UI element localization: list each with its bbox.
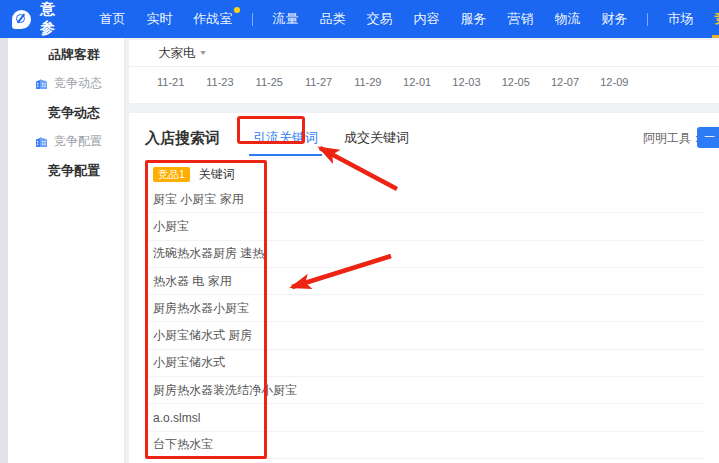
nav-item-service[interactable]: 服务	[450, 0, 497, 38]
page: 生意参谋 首页 实时 作战室 流量 品类 交易 内容 服务 营销 物流 财务 市…	[0, 0, 719, 463]
building-icon	[35, 77, 48, 90]
nav-divider	[647, 13, 648, 26]
keyword-table: 竞品1 关键词 厨宝 小厨宝 家用 小厨宝 洗碗热水器厨房 速热 热水器 电 家…	[149, 163, 705, 459]
nav-item-label: 品类	[320, 10, 346, 28]
nav-item-finance[interactable]: 财务	[591, 0, 638, 38]
keyword-text: 小厨宝储水式 厨房	[153, 327, 252, 344]
keyword-tabs: 引流关键词 成交关键词	[245, 123, 417, 153]
nav-item-label: 流量	[273, 10, 299, 28]
search-words-card: 入店搜索词 引流关键词 成交关键词 阿明工具： 一 竞品1 关键词 厨宝 小厨宝…	[129, 113, 719, 463]
section-title: 入店搜索词	[145, 129, 220, 148]
sidebar: 品牌客群 竞争动态 竞争动态 竞争配置 竞争配置	[8, 38, 125, 463]
tool-group: 阿明工具：	[643, 130, 703, 147]
sidebar-item-label: 竞争配置	[54, 133, 102, 150]
app-logo[interactable]: 生意参谋	[0, 0, 56, 57]
nav-item-content[interactable]: 内容	[403, 0, 450, 38]
date-tick: 11-23	[195, 76, 244, 88]
chevron-down-icon: ▼	[199, 49, 208, 57]
date-tick: 12-07	[540, 76, 589, 88]
tool-label: 阿明工具：	[643, 130, 703, 147]
nav-menu: 首页 实时 作战室 流量 品类 交易 内容 服务 营销 物流 财务 市场 竞争	[89, 0, 719, 38]
keyword-row[interactable]: 小厨宝储水式 厨房	[149, 322, 705, 349]
nav-item-label: 作战室	[194, 10, 233, 28]
keyword-row[interactable]: a.o.slmsl	[149, 404, 705, 431]
nav-item-label: 营销	[508, 10, 534, 28]
sidebar-item-label: 竞争动态	[48, 104, 100, 122]
date-tick: 11-21	[146, 76, 195, 88]
keyword-text: 厨房热水器小厨宝	[153, 300, 249, 317]
tool-button[interactable]: 一	[697, 127, 719, 148]
date-tick: 12-03	[442, 76, 491, 88]
date-tick: 11-25	[245, 76, 294, 88]
keyword-row[interactable]: 热水器 电 家用	[149, 268, 705, 295]
nav-item-market[interactable]: 市场	[657, 0, 704, 38]
nav-item-home[interactable]: 首页	[89, 0, 136, 38]
filter-card: 大家电 ▼ 11-21 11-23 11-25 11-27 11-29 12-0…	[129, 40, 719, 103]
sidebar-item-competition-config-link[interactable]: 竞争配置	[8, 127, 124, 156]
nav-item-realtime[interactable]: 实时	[136, 0, 183, 38]
nav-item-trade[interactable]: 交易	[356, 0, 403, 38]
nav-item-label: 财务	[602, 10, 628, 28]
keyword-text: 洗碗热水器厨房 速热	[153, 245, 264, 262]
app-title: 生意参谋	[40, 0, 56, 57]
keyword-text: 热水器 电 家用	[153, 273, 232, 290]
category-row: 大家电 ▼	[129, 40, 719, 67]
nav-item-label: 竞争	[715, 10, 719, 28]
keyword-text: 小厨宝储水式	[153, 354, 225, 371]
date-tick: 12-01	[392, 76, 441, 88]
sidebar-item-competition-trends[interactable]: 竞争动态	[8, 98, 124, 127]
keyword-row[interactable]: 小厨宝	[149, 213, 705, 240]
tab-transaction-keywords[interactable]: 成交关键词	[336, 123, 417, 153]
sidebar-item-label: 竞争动态	[54, 75, 102, 92]
keyword-text: a.o.slmsl	[153, 411, 200, 425]
sidebar-item-competition-config[interactable]: 竞争配置	[8, 156, 124, 185]
nav-item-traffic[interactable]: 流量	[262, 0, 309, 38]
nav-item-label: 内容	[414, 10, 440, 28]
nav-item-label: 首页	[100, 10, 126, 28]
keyword-table-header: 竞品1 关键词	[149, 163, 705, 186]
date-tick: 12-05	[491, 76, 540, 88]
keyword-text: 厨宝 小厨宝 家用	[153, 191, 244, 208]
keyword-row[interactable]: 厨房热水器小厨宝	[149, 295, 705, 322]
keyword-text: 厨房热水器装洗结净小厨宝	[153, 382, 297, 399]
nav-item-label: 市场	[668, 10, 694, 28]
nav-item-competition[interactable]: 竞争	[704, 0, 719, 38]
date-axis: 11-21 11-23 11-25 11-27 11-29 12-01 12-0…	[129, 67, 719, 88]
date-tick: 12-09	[590, 76, 639, 88]
nav-item-marketing[interactable]: 营销	[497, 0, 544, 38]
competitor-badge: 竞品1	[153, 167, 190, 183]
sidebar-item-competition-trends-link[interactable]: 竞争动态	[8, 69, 124, 98]
keyword-text: 台下热水宝	[153, 436, 213, 453]
keyword-row[interactable]: 洗碗热水器厨房 速热	[149, 241, 705, 268]
tab-traffic-keywords[interactable]: 引流关键词	[245, 123, 326, 153]
date-tick: 11-29	[343, 76, 392, 88]
category-dropdown-value: 大家电	[158, 45, 196, 62]
nav-item-label: 服务	[461, 10, 487, 28]
nav-item-category[interactable]: 品类	[309, 0, 356, 38]
keyword-row[interactable]: 厨宝 小厨宝 家用	[149, 186, 705, 213]
nav-divider	[252, 13, 253, 26]
nav-item-label: 交易	[367, 10, 393, 28]
keyword-text: 小厨宝	[153, 218, 189, 235]
top-navbar: 生意参谋 首页 实时 作战室 流量 品类 交易 内容 服务 营销 物流 财务 市…	[0, 0, 719, 38]
left-gutter	[0, 38, 8, 463]
sycm-logo-icon	[12, 10, 31, 29]
category-dropdown[interactable]: 大家电 ▼	[158, 45, 207, 62]
nav-item-label: 物流	[555, 10, 581, 28]
keyword-row[interactable]: 台下热水宝	[149, 432, 705, 459]
date-tick: 11-27	[294, 76, 343, 88]
keyword-row[interactable]: 小厨宝储水式	[149, 350, 705, 377]
nav-item-warroom[interactable]: 作战室	[183, 0, 243, 38]
keyword-column-header: 关键词	[199, 166, 235, 183]
sidebar-item-label: 竞争配置	[48, 162, 100, 180]
notification-dot	[234, 7, 240, 13]
nav-item-label: 实时	[147, 10, 173, 28]
building-icon	[35, 135, 48, 148]
search-words-header: 入店搜索词 引流关键词 成交关键词 阿明工具： 一	[129, 113, 719, 163]
nav-item-logistics[interactable]: 物流	[544, 0, 591, 38]
keyword-row[interactable]: 厨房热水器装洗结净小厨宝	[149, 377, 705, 404]
